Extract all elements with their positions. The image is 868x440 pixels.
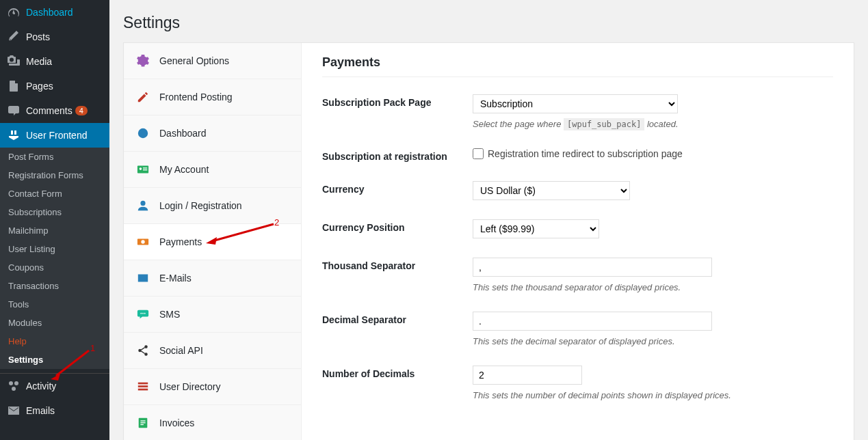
- svg-point-14: [138, 349, 142, 353]
- desc-decimal-separator: This sets the decimal separator of displ…: [473, 336, 833, 346]
- tab-label: Frontend Posting: [159, 92, 233, 102]
- sub-help[interactable]: Help: [0, 332, 109, 350]
- svg-point-5: [140, 167, 142, 170]
- svg-point-10: [141, 240, 144, 243]
- menu-media[interactable]: Media: [0, 49, 109, 74]
- tab-label: User Directory: [159, 381, 220, 392]
- sub-tools[interactable]: Tools: [0, 295, 109, 314]
- comment-icon: [7, 104, 21, 118]
- tab-label: Dashboard: [159, 128, 207, 139]
- menu-label: Activity: [26, 381, 56, 391]
- main-content: Settings General Options Frontend Postin…: [109, 0, 868, 440]
- menu-label: Media: [26, 56, 52, 67]
- settings-content: Payments Subscription Pack Page Subscrip…: [302, 43, 854, 440]
- sub-registration-forms[interactable]: Registration Forms: [0, 166, 109, 184]
- svg-rect-18: [138, 385, 148, 387]
- input-decimal-separator[interactable]: [473, 312, 712, 331]
- sub-coupons[interactable]: Coupons: [0, 258, 109, 277]
- tab-frontend-posting[interactable]: Frontend Posting: [124, 79, 301, 115]
- select-subscription-pack-page[interactable]: Subscription: [473, 94, 678, 113]
- share-icon: [136, 344, 150, 357]
- sub-modules[interactable]: Modules: [0, 314, 109, 332]
- id-card-icon: [136, 163, 150, 176]
- envelope-icon: [136, 271, 150, 285]
- sub-user-listing[interactable]: User Listing: [0, 240, 109, 258]
- page-title: Settings: [123, 14, 854, 32]
- section-title: Payments: [322, 55, 833, 70]
- menu-posts[interactable]: Posts: [0, 25, 109, 49]
- tab-general[interactable]: General Options: [124, 43, 301, 79]
- select-currency-position[interactable]: Left ($99.99): [473, 219, 599, 238]
- tab-my-account[interactable]: My Account: [124, 152, 301, 188]
- sub-mailchimp[interactable]: Mailchimp: [0, 221, 109, 240]
- sub-settings[interactable]: Settings: [0, 350, 109, 369]
- checkbox-subscription-registration[interactable]: Registration time redirect to subscripti…: [473, 148, 683, 159]
- invoice-icon: [136, 416, 150, 430]
- tab-payments[interactable]: Payments: [124, 224, 301, 260]
- svg-point-15: [144, 345, 148, 348]
- activity-icon: [7, 379, 21, 393]
- user-icon: [136, 199, 150, 212]
- tab-sms[interactable]: SMS: [124, 297, 301, 333]
- dashboard-icon: [136, 126, 150, 140]
- menu-comments[interactable]: Comments 4: [0, 98, 109, 123]
- tab-label: Social API: [159, 345, 203, 356]
- gear-icon: [136, 54, 150, 68]
- svg-rect-17: [138, 383, 148, 385]
- tab-label: General Options: [159, 55, 229, 66]
- label-currency-position: Currency Position: [322, 219, 473, 238]
- label-number-of-decimals: Number of Decimals: [322, 366, 473, 400]
- menu-pages[interactable]: Pages: [0, 74, 109, 98]
- menu-label: Posts: [26, 31, 50, 42]
- menu-label: Comments: [26, 105, 73, 116]
- cash-icon: [136, 235, 150, 249]
- input-thousand-separator[interactable]: [473, 258, 712, 277]
- tab-user-directory[interactable]: User Directory: [124, 369, 301, 405]
- email-icon: [7, 404, 21, 417]
- menu-label: Emails: [26, 405, 55, 416]
- desc-subscription-pack-page: Select the page where [wpuf_sub_pack] lo…: [473, 119, 833, 129]
- svg-rect-6: [143, 167, 147, 168]
- submenu-user-frontend: Post Forms Registration Forms Contact Fo…: [0, 148, 109, 369]
- settings-tabs: General Options Frontend Posting Dashboa…: [124, 43, 302, 440]
- tab-social[interactable]: Social API: [124, 333, 301, 369]
- sub-contact-form[interactable]: Contact Form: [0, 184, 109, 203]
- menu-label: Dashboard: [26, 7, 73, 18]
- label-decimal-separator: Decimal Separator: [322, 312, 473, 346]
- edit-icon: [136, 90, 150, 104]
- sub-post-forms[interactable]: Post Forms: [0, 148, 109, 166]
- tab-login[interactable]: Login / Registration: [124, 188, 301, 224]
- menu-label: Pages: [26, 81, 53, 92]
- pages-icon: [7, 79, 21, 93]
- svg-rect-22: [140, 422, 145, 423]
- label-currency: Currency: [322, 181, 473, 200]
- desc-number-of-decimals: This sets the number of decimal points s…: [473, 390, 833, 400]
- menu-user-frontend[interactable]: User Frontend: [0, 123, 109, 148]
- svg-point-2: [12, 387, 16, 391]
- checkbox-input[interactable]: [473, 148, 484, 159]
- menu-label: User Frontend: [26, 130, 87, 141]
- settings-panel: General Options Frontend Posting Dashboa…: [123, 42, 854, 440]
- menu-dashboard[interactable]: Dashboard: [0, 0, 109, 25]
- sms-icon: [136, 307, 150, 321]
- sub-transactions[interactable]: Transactions: [0, 277, 109, 295]
- menu-activity[interactable]: Activity: [0, 374, 109, 398]
- svg-point-11: [140, 313, 142, 314]
- select-currency[interactable]: US Dollar ($): [473, 181, 630, 200]
- menu-emails[interactable]: Emails: [0, 398, 109, 423]
- user-frontend-icon: [7, 128, 21, 142]
- admin-sidebar: Dashboard Posts Media Pages Comments 4 U…: [0, 0, 109, 440]
- svg-rect-7: [143, 169, 147, 170]
- tab-label: E-Mails: [159, 273, 192, 284]
- svg-point-0: [9, 381, 13, 385]
- sub-subscriptions[interactable]: Subscriptions: [0, 203, 109, 221]
- media-icon: [7, 55, 21, 68]
- svg-rect-23: [140, 424, 144, 425]
- tab-invoices[interactable]: Invoices: [124, 405, 301, 440]
- tab-dashboard[interactable]: Dashboard: [124, 115, 301, 152]
- comment-badge: 4: [75, 106, 88, 115]
- input-number-of-decimals[interactable]: [473, 366, 582, 385]
- tab-emails[interactable]: E-Mails: [124, 260, 301, 297]
- pin-icon: [7, 30, 21, 44]
- svg-point-12: [142, 313, 144, 314]
